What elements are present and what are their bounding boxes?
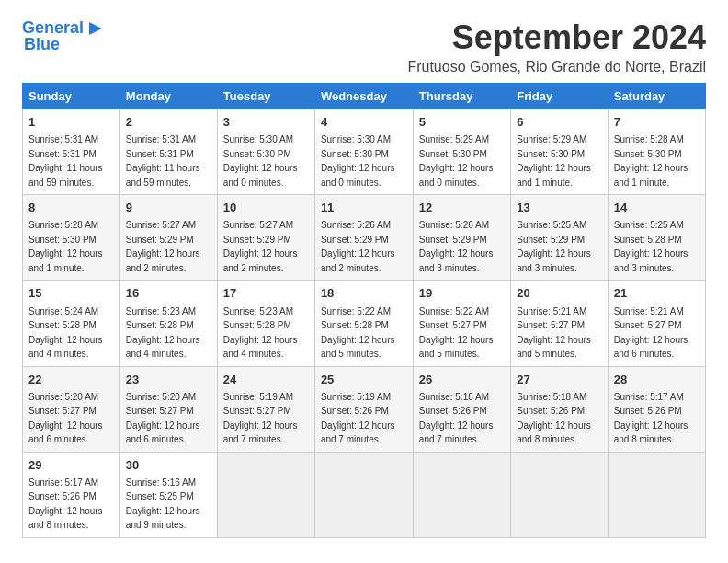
month-title: September 2024	[407, 18, 706, 57]
weekday-header-sunday: Sunday	[23, 84, 120, 109]
calendar-cell: 14Sunrise: 5:25 AM Sunset: 5:28 PM Dayli…	[608, 195, 705, 281]
calendar-cell: 15Sunrise: 5:24 AM Sunset: 5:28 PM Dayli…	[23, 281, 120, 366]
calendar-week-3: 15Sunrise: 5:24 AM Sunset: 5:28 PM Dayli…	[23, 281, 706, 366]
calendar-cell: 23Sunrise: 5:20 AM Sunset: 5:27 PM Dayli…	[119, 366, 217, 452]
day-info: Sunrise: 5:16 AM Sunset: 5:25 PM Dayligh…	[126, 477, 200, 531]
location-subtitle: Frutuoso Gomes, Rio Grande do Norte, Bra…	[407, 59, 706, 75]
day-number: 13	[517, 200, 602, 216]
day-info: Sunrise: 5:23 AM Sunset: 5:28 PM Dayligh…	[223, 306, 298, 360]
weekday-header-wednesday: Wednesday	[314, 84, 413, 109]
day-info: Sunrise: 5:28 AM Sunset: 5:30 PM Dayligh…	[28, 220, 103, 273]
weekday-header-saturday: Saturday	[608, 84, 705, 109]
day-number: 2	[126, 114, 211, 131]
calendar-cell: 28Sunrise: 5:17 AM Sunset: 5:26 PM Dayli…	[608, 366, 705, 452]
page-header: General Blue September 2024 Frutuoso Gom…	[22, 18, 706, 75]
calendar-table: SundayMondayTuesdayWednesdayThursdayFrid…	[22, 83, 706, 538]
logo-arrow-icon	[85, 18, 106, 39]
day-number: 22	[28, 372, 114, 388]
day-number: 1	[28, 114, 114, 131]
calendar-cell	[217, 452, 314, 537]
day-number: 5	[419, 114, 505, 131]
day-info: Sunrise: 5:21 AM Sunset: 5:27 PM Dayligh…	[614, 306, 688, 360]
day-number: 6	[517, 114, 602, 131]
weekday-header-monday: Monday	[119, 84, 217, 109]
day-info: Sunrise: 5:17 AM Sunset: 5:26 PM Dayligh…	[28, 477, 103, 531]
calendar-cell: 9Sunrise: 5:27 AM Sunset: 5:29 PM Daylig…	[119, 195, 217, 281]
day-info: Sunrise: 5:20 AM Sunset: 5:27 PM Dayligh…	[28, 392, 103, 445]
calendar-cell: 5Sunrise: 5:29 AM Sunset: 5:30 PM Daylig…	[413, 109, 510, 195]
svg-marker-0	[89, 22, 102, 35]
day-info: Sunrise: 5:24 AM Sunset: 5:28 PM Dayligh…	[28, 306, 103, 360]
day-info: Sunrise: 5:29 AM Sunset: 5:30 PM Dayligh…	[419, 134, 494, 188]
calendar-cell: 8Sunrise: 5:28 AM Sunset: 5:30 PM Daylig…	[23, 195, 120, 281]
calendar-week-5: 29Sunrise: 5:17 AM Sunset: 5:26 PM Dayli…	[23, 452, 706, 537]
calendar-cell	[413, 452, 510, 537]
day-number: 18	[321, 285, 407, 302]
calendar-cell: 7Sunrise: 5:28 AM Sunset: 5:30 PM Daylig…	[608, 109, 705, 195]
day-info: Sunrise: 5:19 AM Sunset: 5:27 PM Dayligh…	[223, 392, 298, 445]
calendar-cell: 1Sunrise: 5:31 AM Sunset: 5:31 PM Daylig…	[23, 109, 120, 195]
day-number: 4	[321, 114, 407, 131]
day-info: Sunrise: 5:27 AM Sunset: 5:29 PM Dayligh…	[126, 220, 200, 273]
calendar-cell: 21Sunrise: 5:21 AM Sunset: 5:27 PM Dayli…	[608, 281, 705, 366]
day-number: 7	[614, 114, 700, 131]
calendar-cell: 12Sunrise: 5:26 AM Sunset: 5:29 PM Dayli…	[413, 195, 510, 281]
day-info: Sunrise: 5:25 AM Sunset: 5:29 PM Dayligh…	[517, 220, 591, 273]
weekday-header-friday: Friday	[511, 84, 609, 109]
day-number: 9	[126, 200, 211, 216]
day-number: 12	[419, 200, 505, 216]
calendar-cell: 3Sunrise: 5:30 AM Sunset: 5:30 PM Daylig…	[217, 109, 314, 195]
calendar-cell: 2Sunrise: 5:31 AM Sunset: 5:31 PM Daylig…	[119, 109, 217, 195]
calendar-cell: 20Sunrise: 5:21 AM Sunset: 5:27 PM Dayli…	[511, 281, 609, 366]
calendar-cell	[314, 452, 413, 537]
day-number: 11	[321, 200, 407, 216]
day-number: 17	[223, 285, 309, 302]
day-info: Sunrise: 5:18 AM Sunset: 5:26 PM Dayligh…	[517, 392, 591, 445]
day-info: Sunrise: 5:31 AM Sunset: 5:31 PM Dayligh…	[28, 134, 103, 188]
day-info: Sunrise: 5:23 AM Sunset: 5:28 PM Dayligh…	[126, 306, 200, 360]
day-info: Sunrise: 5:25 AM Sunset: 5:28 PM Dayligh…	[614, 220, 688, 273]
day-info: Sunrise: 5:31 AM Sunset: 5:31 PM Dayligh…	[126, 134, 200, 188]
day-number: 30	[126, 457, 211, 474]
day-info: Sunrise: 5:28 AM Sunset: 5:30 PM Dayligh…	[614, 134, 688, 188]
day-info: Sunrise: 5:30 AM Sunset: 5:30 PM Dayligh…	[321, 134, 395, 188]
day-number: 23	[126, 372, 211, 388]
calendar-cell: 18Sunrise: 5:22 AM Sunset: 5:28 PM Dayli…	[314, 281, 413, 366]
calendar-week-2: 8Sunrise: 5:28 AM Sunset: 5:30 PM Daylig…	[23, 195, 706, 281]
calendar-cell: 10Sunrise: 5:27 AM Sunset: 5:29 PM Dayli…	[217, 195, 314, 281]
calendar-cell: 13Sunrise: 5:25 AM Sunset: 5:29 PM Dayli…	[511, 195, 609, 281]
calendar-cell: 30Sunrise: 5:16 AM Sunset: 5:25 PM Dayli…	[119, 452, 217, 537]
calendar-cell: 19Sunrise: 5:22 AM Sunset: 5:27 PM Dayli…	[413, 281, 510, 366]
calendar-cell	[608, 452, 705, 537]
weekday-header-thursday: Thursday	[413, 84, 510, 109]
day-number: 21	[614, 285, 700, 302]
day-info: Sunrise: 5:29 AM Sunset: 5:30 PM Dayligh…	[517, 134, 591, 188]
day-number: 10	[223, 200, 309, 216]
day-number: 20	[517, 285, 602, 302]
day-number: 8	[28, 200, 114, 216]
calendar-cell: 4Sunrise: 5:30 AM Sunset: 5:30 PM Daylig…	[314, 109, 413, 195]
day-info: Sunrise: 5:22 AM Sunset: 5:27 PM Dayligh…	[419, 306, 494, 360]
calendar-cell: 26Sunrise: 5:18 AM Sunset: 5:26 PM Dayli…	[413, 366, 510, 452]
day-info: Sunrise: 5:19 AM Sunset: 5:26 PM Dayligh…	[321, 392, 395, 445]
day-number: 25	[321, 372, 407, 388]
day-number: 15	[28, 285, 114, 302]
day-info: Sunrise: 5:18 AM Sunset: 5:26 PM Dayligh…	[419, 392, 494, 445]
day-info: Sunrise: 5:22 AM Sunset: 5:28 PM Dayligh…	[321, 306, 395, 360]
calendar-cell: 17Sunrise: 5:23 AM Sunset: 5:28 PM Dayli…	[217, 281, 314, 366]
weekday-header-row: SundayMondayTuesdayWednesdayThursdayFrid…	[23, 84, 706, 109]
day-info: Sunrise: 5:17 AM Sunset: 5:26 PM Dayligh…	[614, 392, 688, 445]
day-number: 14	[614, 200, 700, 216]
calendar-week-1: 1Sunrise: 5:31 AM Sunset: 5:31 PM Daylig…	[23, 109, 706, 195]
calendar-week-4: 22Sunrise: 5:20 AM Sunset: 5:27 PM Dayli…	[23, 366, 706, 452]
logo: General Blue	[22, 18, 106, 54]
weekday-header-tuesday: Tuesday	[217, 84, 314, 109]
calendar-cell: 29Sunrise: 5:17 AM Sunset: 5:26 PM Dayli…	[23, 452, 120, 537]
calendar-cell: 24Sunrise: 5:19 AM Sunset: 5:27 PM Dayli…	[217, 366, 314, 452]
calendar-cell	[511, 452, 609, 537]
day-info: Sunrise: 5:26 AM Sunset: 5:29 PM Dayligh…	[419, 220, 494, 273]
calendar-cell: 22Sunrise: 5:20 AM Sunset: 5:27 PM Dayli…	[23, 366, 120, 452]
calendar-cell: 27Sunrise: 5:18 AM Sunset: 5:26 PM Dayli…	[511, 366, 609, 452]
day-number: 29	[28, 457, 114, 474]
day-info: Sunrise: 5:20 AM Sunset: 5:27 PM Dayligh…	[126, 392, 200, 445]
